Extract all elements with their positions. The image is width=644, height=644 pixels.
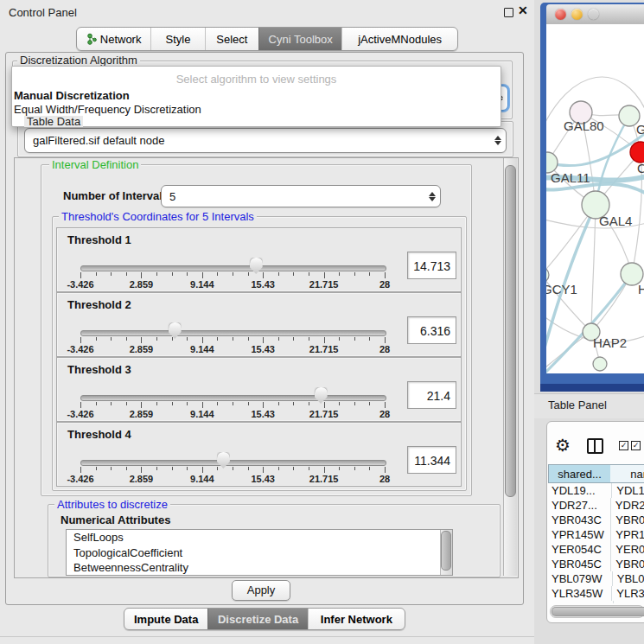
- table-row[interactable]: YDR27...YDR2: [548, 498, 644, 513]
- gear-icon[interactable]: ⚙: [555, 435, 571, 456]
- threshold-panel: Threshold 2-3.4262.8599.14415.4321.71528…: [56, 292, 462, 357]
- slider-track[interactable]: [80, 395, 386, 401]
- list-item[interactable]: BetweennessCentrality: [67, 560, 452, 576]
- table-row[interactable]: YIL052CYIL0: [548, 601, 644, 603]
- table-row[interactable]: YBL079WYBL0: [548, 571, 644, 586]
- slider-thumb[interactable]: [217, 452, 230, 469]
- tab-label: jActiveMNodules: [358, 33, 442, 46]
- slider-tick: [293, 337, 294, 341]
- table-row[interactable]: YER054CYER0: [548, 542, 644, 557]
- slider-tick: [202, 402, 203, 408]
- tab-select[interactable]: Select: [205, 28, 258, 50]
- slider-tick: [111, 272, 112, 276]
- slider-tick-label: 2.859: [115, 344, 167, 354]
- table-row[interactable]: YDL19...YDL1: [548, 483, 644, 498]
- thresholds-title: Threshold's Coordinates for 5 Intervals: [59, 211, 257, 222]
- list-scrollbar[interactable]: [440, 530, 452, 575]
- slider-tick-label: -3.426: [54, 409, 106, 419]
- table-row[interactable]: YBR045CYBR0: [548, 557, 644, 571]
- tab-cyni-toolbox[interactable]: Cyni Toolbox: [258, 28, 341, 50]
- node-label: GCY1: [546, 282, 577, 296]
- dropdown-option[interactable]: Manual Discretization: [14, 89, 130, 102]
- slider-thumb[interactable]: [315, 387, 328, 404]
- table-data-combo[interactable]: galFiltered.sif default node: [24, 128, 507, 153]
- minimize-window-icon[interactable]: [571, 9, 583, 20]
- slider-tick: [339, 467, 340, 470]
- cell-shared-name: YIL052C: [548, 601, 614, 603]
- network-node[interactable]: [546, 267, 549, 283]
- tab-label: Select: [216, 33, 247, 46]
- tab-impute-data[interactable]: Impute Data: [124, 609, 207, 629]
- node-label: GAL80: [564, 118, 604, 133]
- slider-tick-label: 28: [359, 279, 411, 290]
- column-header-shared-name[interactable]: shared...: [548, 464, 611, 483]
- tab-label: Network: [100, 33, 142, 46]
- network-node[interactable]: [593, 357, 607, 371]
- horizontal-scrollbar-thumb[interactable]: [552, 607, 644, 616]
- slider-tick: [263, 402, 264, 408]
- slider-tick: [96, 402, 97, 405]
- slider-thumb[interactable]: [250, 258, 263, 274]
- close-panel-icon[interactable]: ✕: [518, 3, 528, 17]
- tab-infer-network[interactable]: Infer Network: [308, 609, 405, 629]
- list-scrollbar-thumb[interactable]: [441, 531, 451, 571]
- checkbox-icon[interactable]: ✓: [619, 441, 628, 450]
- slider-tick: [309, 402, 309, 405]
- cell-name: YPR1: [611, 527, 644, 542]
- slider-tick: [278, 467, 279, 470]
- float-panel-icon[interactable]: [504, 8, 513, 17]
- network-node[interactable]: [630, 142, 644, 163]
- slider-tick-label: 21.715: [298, 344, 350, 354]
- tab-style[interactable]: Style: [150, 28, 204, 50]
- slider-tick: [96, 467, 97, 470]
- list-item[interactable]: TopologicalCoefficient: [67, 545, 452, 561]
- slider-tick: [156, 402, 157, 405]
- slider-thumb[interactable]: [169, 322, 182, 339]
- network-canvas[interactable]: GAL80GACGAL11GAL4GCY1HAHAP2: [546, 24, 644, 373]
- table-row[interactable]: YPR145WYPR1: [548, 527, 644, 542]
- dropdown-prompt: Select algorithm to view settings: [12, 73, 501, 86]
- slider-tick: [126, 402, 127, 405]
- slider-tick: [263, 272, 264, 278]
- table-row[interactable]: YBR043CYBR0: [548, 513, 644, 527]
- interval-definition-title: Interval Definition: [49, 159, 141, 170]
- network-window-frame: [540, 373, 644, 384]
- threshold-value-field[interactable]: 11.344: [407, 446, 456, 474]
- slider-tick: [141, 337, 142, 343]
- cell-shared-name: YBR043C: [548, 513, 611, 527]
- threshold-value-field[interactable]: 14.713: [407, 252, 456, 279]
- tab-jactivemnodules[interactable]: jActiveMNodules: [341, 28, 457, 50]
- slider-tick: [248, 272, 249, 276]
- algorithm-group-title: Discretization Algorithm: [17, 54, 140, 66]
- slider-track[interactable]: [80, 460, 386, 466]
- zoom-window-icon[interactable]: [588, 9, 599, 20]
- column-header-name[interactable]: name: [610, 464, 644, 483]
- checkbox-icon[interactable]: ✓: [631, 441, 641, 450]
- threshold-value-field[interactable]: 21.4: [407, 381, 456, 409]
- slider-tick: [217, 272, 218, 276]
- apply-button[interactable]: Apply: [232, 580, 290, 601]
- tab-discretize-data[interactable]: Discretize Data: [207, 609, 307, 629]
- number-of-intervals-combo[interactable]: 5: [161, 185, 441, 207]
- slider-tick: [111, 337, 112, 341]
- slider-tick: [354, 337, 355, 341]
- slider-tick: [369, 467, 370, 470]
- slider-tick-label: 21.715: [298, 409, 350, 419]
- threshold-panel: Threshold 1-3.4262.8599.14415.4321.71528…: [56, 227, 462, 292]
- close-window-icon[interactable]: [555, 9, 566, 20]
- columns-icon[interactable]: [587, 438, 603, 454]
- vertical-scrollbar-thumb[interactable]: [505, 165, 516, 497]
- dropdown-option[interactable]: Equal Width/Frequency Discretization: [14, 103, 201, 116]
- slider-tick: [293, 402, 294, 405]
- table-row[interactable]: YLR345WYLR3: [548, 586, 644, 601]
- slider-tick: [126, 337, 127, 341]
- slider-track[interactable]: [80, 265, 386, 271]
- list-item[interactable]: SelfLoops: [67, 530, 452, 545]
- threshold-value-field[interactable]: 6.316: [407, 316, 456, 344]
- top-tab-bar: NetworkStyleSelectCyni ToolboxjActiveMNo…: [76, 27, 458, 51]
- numerical-attributes-list[interactable]: SelfLoopsTopologicalCoefficientBetweenne…: [66, 529, 453, 576]
- tab-network[interactable]: Network: [77, 28, 150, 50]
- slider-tick: [309, 467, 309, 470]
- slider-tick: [187, 467, 188, 470]
- slider-track[interactable]: [80, 330, 386, 336]
